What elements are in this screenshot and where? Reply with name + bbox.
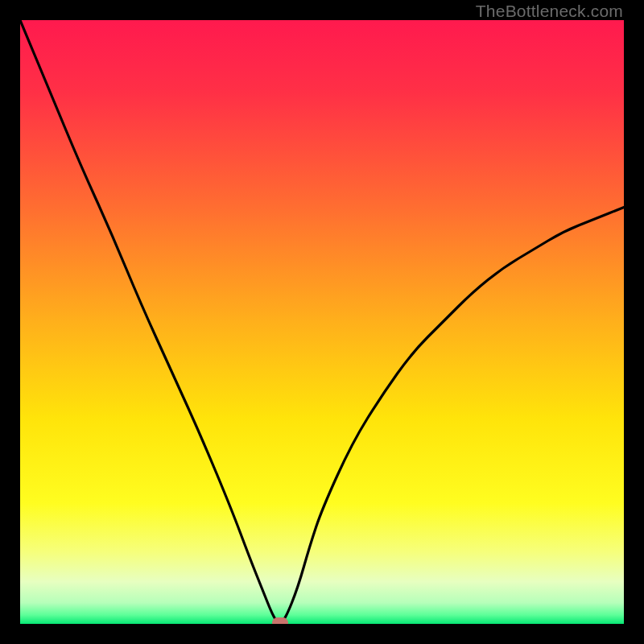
- plot-area: [20, 20, 624, 624]
- watermark-text: TheBottleneck.com: [476, 2, 623, 21]
- optimal-point-marker: [272, 617, 288, 624]
- chart-frame: TheBottleneck.com: [0, 0, 644, 644]
- bottleneck-curve: [20, 20, 624, 624]
